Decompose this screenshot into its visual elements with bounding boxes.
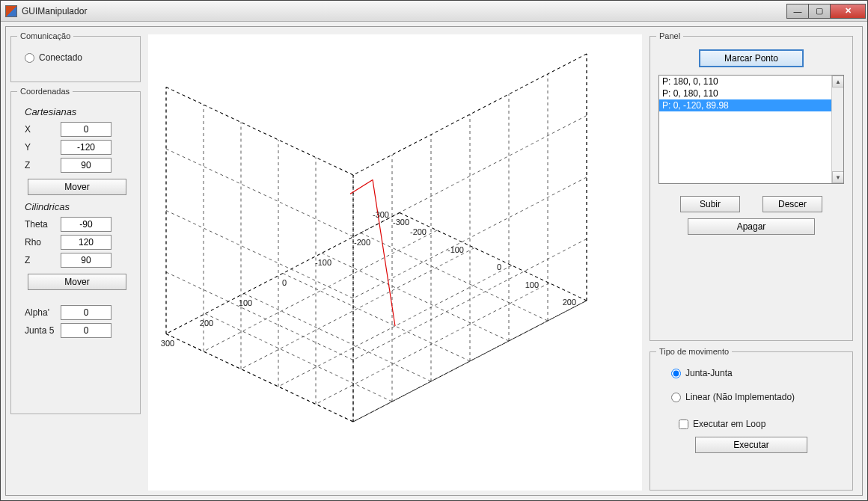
maximize-button[interactable]: ▢ [808, 4, 831, 19]
junta5-input[interactable] [61, 323, 111, 338]
subir-button[interactable]: Subir [680, 196, 740, 212]
y-input[interactable] [61, 140, 111, 155]
close-button[interactable]: ✕ [830, 4, 866, 19]
plot-3d: -300-200-1000100200-300-200-100010020030… [148, 34, 642, 491]
window-buttons: — ▢ ✕ [787, 4, 866, 19]
app-icon [5, 5, 17, 17]
svg-text:-100: -100 [447, 245, 464, 254]
minimize-button[interactable]: — [786, 4, 809, 19]
svg-text:-200: -200 [410, 227, 427, 236]
svg-text:100: 100 [525, 280, 539, 289]
list-item[interactable]: P: 180, 0, 110 [659, 76, 843, 87]
cilindricas-header: Cilindricas [25, 201, 134, 212]
svg-line-39 [400, 213, 587, 301]
svg-line-9 [241, 248, 474, 369]
svg-text:0: 0 [282, 278, 287, 287]
descer-button[interactable]: Descer [762, 196, 822, 212]
window-title: GUIManipulador [22, 6, 787, 16]
junta-radio[interactable] [671, 369, 681, 378]
client-area: Comunicação Conectado Coordenadas Cartes… [1, 22, 867, 500]
z-label: Z [25, 160, 61, 170]
alpha-input[interactable] [61, 305, 111, 320]
mover-cartesianas-button[interactable]: Mover [28, 179, 126, 195]
mover-cilindricas-button[interactable]: Mover [28, 274, 126, 290]
svg-line-3 [283, 274, 470, 362]
tipo-group: Tipo de movimento Junta-Junta Linear (Nã… [650, 347, 853, 491]
marcar-ponto-button[interactable]: Marcar Ponto [699, 49, 804, 67]
conectado-label: Conectado [39, 52, 82, 63]
svg-line-46 [350, 179, 373, 194]
svg-text:-100: -100 [315, 258, 331, 267]
svg-line-11 [316, 283, 549, 405]
linear-label: Linear (Não Implementado) [685, 392, 795, 402]
svg-line-4 [244, 294, 431, 382]
x-input[interactable] [61, 122, 111, 137]
points-listbox[interactable]: P: 180, 0, 110P: 0, 180, 110P: 0, -120, … [658, 75, 844, 184]
svg-text:100: 100 [239, 298, 252, 307]
z2-label: Z [25, 255, 61, 265]
loop-checkbox[interactable] [679, 419, 688, 429]
inner-panel: Comunicação Conectado Coordenadas Cartes… [5, 26, 863, 496]
listbox-scrollbar[interactable]: ▲ ▼ [831, 76, 843, 183]
theta-label: Theta [25, 219, 61, 230]
rho-input[interactable] [61, 235, 111, 250]
panel-legend: Panel [656, 31, 683, 40]
rho-label: Rho [25, 237, 61, 248]
panel-group: Panel Marcar Ponto P: 180, 0, 110P: 0, 1… [650, 31, 853, 341]
titlebar: GUIManipulador — ▢ ✕ [1, 1, 867, 22]
plot-svg: -300-200-1000100200-300-200-100010020030… [148, 34, 642, 491]
list-item[interactable]: P: 0, -120, 89.98 [659, 99, 843, 111]
junta-label: Junta-Junta [685, 368, 733, 378]
junta5-label: Junta 5 [25, 325, 61, 336]
alpha-label: Alpha' [25, 307, 61, 318]
y-label: Y [25, 142, 61, 153]
scroll-up-icon[interactable]: ▲ [832, 76, 844, 87]
svg-line-5 [205, 314, 392, 402]
app-window: GUIManipulador — ▢ ✕ Comunicação Conecta… [0, 0, 868, 501]
tipo-legend: Tipo de movimento [656, 347, 732, 356]
comunicacao-group: Comunicação Conectado [10, 31, 141, 82]
svg-text:-200: -200 [354, 238, 370, 247]
list-item[interactable]: P: 0, 180, 110 [659, 87, 843, 99]
loop-label: Executar em Loop [693, 419, 765, 429]
svg-text:200: 200 [200, 319, 213, 328]
svg-text:0: 0 [497, 262, 501, 271]
coordenadas-legend: Coordenadas [17, 87, 73, 96]
z-input[interactable] [61, 158, 111, 173]
cartesianas-header: Cartesianas [25, 106, 134, 117]
comunicacao-legend: Comunicação [17, 31, 73, 40]
svg-line-8 [204, 230, 437, 351]
svg-text:-300: -300 [373, 210, 389, 219]
z2-input[interactable] [61, 253, 111, 268]
svg-line-45 [373, 179, 395, 326]
svg-text:200: 200 [563, 298, 576, 307]
conectado-radio[interactable] [25, 53, 34, 63]
executar-button[interactable]: Executar [695, 437, 807, 453]
apagar-button[interactable]: Apagar [688, 218, 815, 235]
svg-text:-300: -300 [393, 218, 409, 227]
linear-radio[interactable] [671, 393, 681, 402]
theta-input[interactable] [61, 217, 111, 232]
scroll-down-icon[interactable]: ▼ [832, 171, 844, 183]
svg-text:300: 300 [161, 339, 174, 348]
x-label: X [25, 124, 61, 135]
coordenadas-group: Coordenadas Cartesianas X Y Z Mover Cili… [10, 87, 141, 414]
